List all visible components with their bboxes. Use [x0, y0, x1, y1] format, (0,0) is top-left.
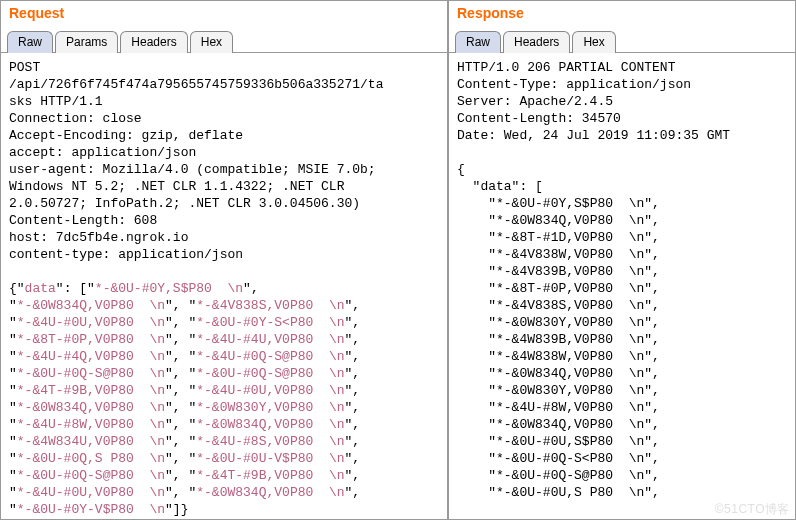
request-content[interactable]: POST /api/726f6f745f474a795655745759336b… — [1, 53, 447, 519]
tab-headers[interactable]: Headers — [503, 31, 570, 53]
tab-raw[interactable]: Raw — [7, 31, 53, 53]
response-content[interactable]: HTTP/1.0 206 PARTIAL CONTENT Content-Typ… — [449, 53, 795, 519]
tab-params[interactable]: Params — [55, 31, 118, 53]
request-tabbar: Raw Params Headers Hex — [1, 23, 447, 53]
response-title: Response — [449, 1, 795, 23]
request-panel: Request Raw Params Headers Hex POST /api… — [0, 0, 448, 520]
tab-hex[interactable]: Hex — [572, 31, 615, 53]
response-panel: Response Raw Headers Hex HTTP/1.0 206 PA… — [448, 0, 796, 520]
request-title: Request — [1, 1, 447, 23]
tab-hex[interactable]: Hex — [190, 31, 233, 53]
tab-raw[interactable]: Raw — [455, 31, 501, 53]
tab-headers[interactable]: Headers — [120, 31, 187, 53]
response-tabbar: Raw Headers Hex — [449, 23, 795, 53]
